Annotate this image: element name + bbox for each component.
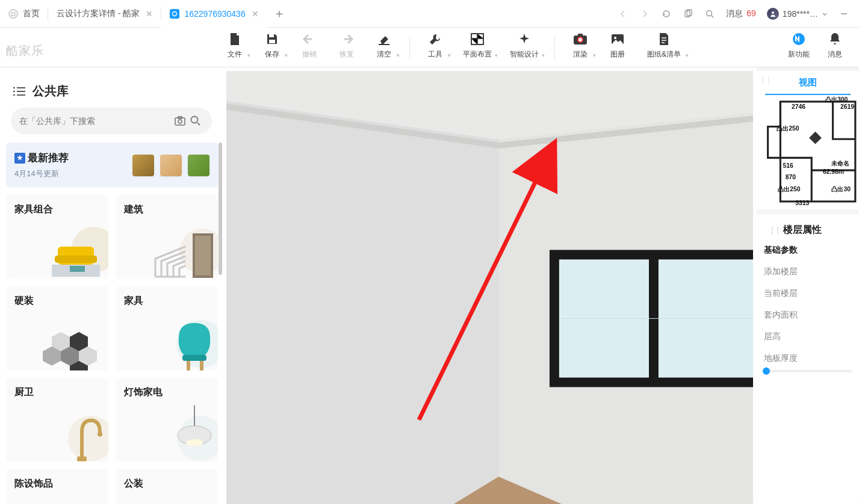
redo-button[interactable]: 恢复 xyxy=(329,31,365,63)
svg-line-55 xyxy=(419,149,551,420)
row-label: 套内面积 xyxy=(764,310,798,319)
search-icon[interactable] xyxy=(188,115,203,127)
camera-icon xyxy=(572,31,588,47)
category-kitchen-bath[interactable]: 厨卫 xyxy=(6,378,108,462)
user-menu[interactable]: 198****… xyxy=(767,8,828,20)
library-search[interactable] xyxy=(11,108,212,134)
wrench-icon xyxy=(427,31,443,47)
category-commercial[interactable]: 公装 xyxy=(116,469,218,504)
refresh-icon[interactable] xyxy=(661,8,672,19)
svg-text:3313: 3313 xyxy=(795,200,809,206)
svg-text:凸出30: 凸出30 xyxy=(831,186,851,192)
main-area: 公共库 ★最新推荐 4月14号更新 xyxy=(0,67,859,504)
home-icon xyxy=(8,9,18,19)
category-lighting[interactable]: 灯饰家电 xyxy=(116,378,218,462)
brand-label: 酷家乐 xyxy=(0,43,84,59)
svg-point-15 xyxy=(614,37,616,39)
drawings-button[interactable]: 图纸&清单▾ xyxy=(637,31,691,63)
sidebar-scrollbar[interactable] xyxy=(218,143,223,504)
minimize-icon[interactable] xyxy=(839,8,849,19)
svg-rect-13 xyxy=(578,34,583,36)
svg-text:62.98m: 62.98m xyxy=(823,168,844,175)
thickness-slider[interactable] xyxy=(764,370,852,372)
drawings-label: 图纸&清单 xyxy=(647,49,681,60)
tab-project[interactable]: 1622976930436 ✕ xyxy=(161,0,267,28)
message-button[interactable]: 消息 xyxy=(817,31,853,63)
plan-label: 平面布置 xyxy=(463,49,492,60)
message-label: 消息 xyxy=(828,49,842,60)
chevron-down-icon xyxy=(822,11,828,17)
home-tab[interactable]: 首页 xyxy=(0,0,48,28)
panel-grip-icon[interactable]: ⋮⋮ xyxy=(759,76,771,84)
featured-thumbs xyxy=(132,155,209,176)
messages-label: 消息 xyxy=(726,8,743,18)
svg-rect-40 xyxy=(77,456,87,461)
svg-text:2746: 2746 xyxy=(792,103,805,110)
clear-button[interactable]: 清空▾ xyxy=(366,31,402,63)
new-feature-button[interactable]: 新功能 xyxy=(781,31,817,63)
copy-icon[interactable] xyxy=(683,8,693,19)
minimap-floorplan[interactable]: 凸出300 2619 2746 凸出250 未命名 62.98m 870 凸出2… xyxy=(758,95,858,208)
category-list[interactable]: ★最新推荐 4月14号更新 家具组合 建筑 xyxy=(4,143,223,504)
row-label: 层高 xyxy=(764,331,781,341)
render-button[interactable]: 渲染▾ xyxy=(562,31,598,63)
tab-close-icon[interactable]: ✕ xyxy=(146,9,153,19)
height-row[interactable]: 层高 xyxy=(764,331,852,342)
inner-area-row: 套内面积 xyxy=(764,310,852,321)
svg-point-6 xyxy=(772,11,774,14)
annotation-arrow xyxy=(413,137,569,426)
category-decoration[interactable]: 陈设饰品 xyxy=(6,469,108,504)
svg-rect-1 xyxy=(11,13,15,16)
tabbar-right: 消息 69 198****… xyxy=(618,8,859,20)
floor-thickness-row[interactable]: 地板厚度 xyxy=(764,353,852,364)
nav-forward-icon[interactable] xyxy=(639,8,650,19)
row-label: 添加楼层 xyxy=(764,266,798,276)
nav-back-icon[interactable] xyxy=(618,8,628,19)
furniture-set-icon xyxy=(40,223,108,279)
file-button[interactable]: 文件▾ xyxy=(217,31,253,63)
svg-text:516: 516 xyxy=(783,162,794,169)
search-icon[interactable] xyxy=(704,8,715,19)
slider-handle[interactable] xyxy=(763,367,770,375)
architecture-icon xyxy=(149,223,218,279)
svg-rect-37 xyxy=(187,361,190,370)
category-label: 建筑 xyxy=(124,203,209,216)
chair-icon xyxy=(149,314,218,370)
save-button[interactable]: 保存▾ xyxy=(254,31,290,63)
undo-label: 撤销 xyxy=(302,49,317,60)
undo-button[interactable]: 撤销 xyxy=(291,31,327,63)
category-architecture[interactable]: 建筑 xyxy=(116,195,218,279)
featured-card[interactable]: ★最新推荐 4月14号更新 xyxy=(6,143,218,188)
user-name: 198****… xyxy=(783,9,818,19)
svg-rect-28 xyxy=(195,236,211,275)
smart-design-button[interactable]: 智能设计▾ xyxy=(501,31,547,63)
redo-icon xyxy=(339,31,355,47)
category-furniture-set[interactable]: 家具组合 xyxy=(6,195,108,279)
featured-subtitle: 4月14号更新 xyxy=(14,168,69,179)
current-floor-row[interactable]: 当前楼层 xyxy=(764,288,852,299)
messages-indicator[interactable]: 消息 69 xyxy=(726,8,755,19)
messages-count: 69 xyxy=(746,8,756,18)
tools-button[interactable]: 工具▾ xyxy=(417,31,453,63)
category-label: 厨卫 xyxy=(14,386,100,399)
add-floor-row[interactable]: 添加楼层 xyxy=(764,266,852,277)
svg-point-18 xyxy=(178,120,182,123)
list-icon[interactable] xyxy=(13,87,25,96)
svg-text:2619: 2619 xyxy=(840,103,854,110)
camera-search-icon[interactable] xyxy=(172,115,188,126)
new-tab-button[interactable]: ＋ xyxy=(267,5,291,22)
view-tab[interactable]: 视图 xyxy=(765,71,851,95)
tab-close-icon[interactable]: ✕ xyxy=(252,9,259,19)
svg-rect-17 xyxy=(175,118,185,125)
tab-design-detail[interactable]: 云设计方案详情 - 酷家 ✕ xyxy=(48,0,161,28)
svg-rect-36 xyxy=(182,355,206,361)
category-hard-finish[interactable]: 硬装 xyxy=(6,286,108,370)
home-tab-label: 首页 xyxy=(23,8,40,19)
category-furniture[interactable]: 家具 xyxy=(116,286,218,370)
search-input[interactable] xyxy=(19,116,172,126)
3d-viewport[interactable] xyxy=(223,67,757,504)
view-tab-label: 视图 xyxy=(799,77,817,88)
plan-button[interactable]: 平面布置▾ xyxy=(454,31,500,63)
album-button[interactable]: 图册 xyxy=(600,31,636,63)
category-label: 灯饰家电 xyxy=(124,386,209,399)
